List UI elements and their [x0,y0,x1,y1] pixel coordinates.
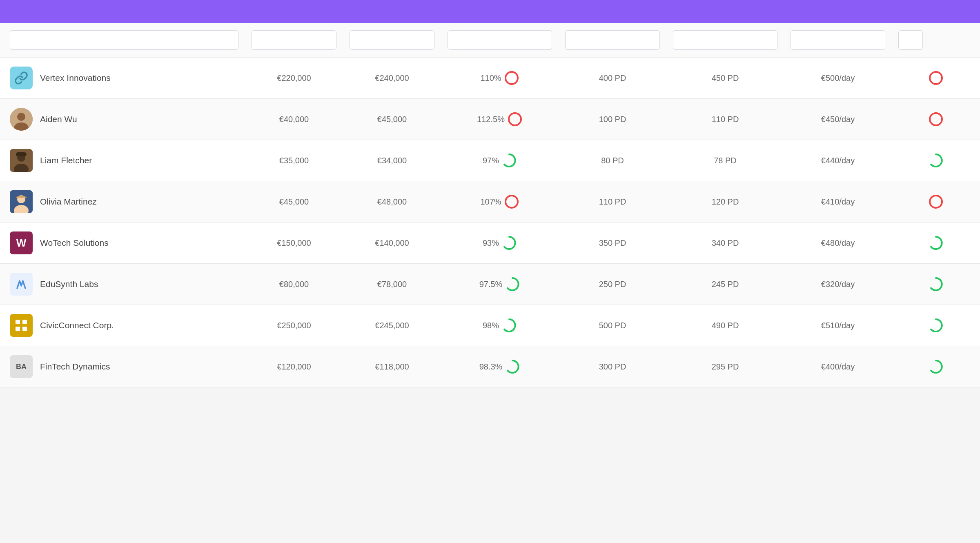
participant-cell-liam: Liam Fletcher [0,140,245,181]
filter-participant-input[interactable] [10,30,238,50]
table-row: CivicConnect Corp. €250,000 €245,000 98%… [0,305,980,346]
filter-consumption [441,23,559,58]
budget-aiden: €40,000 [245,99,343,140]
filter-rate-input[interactable] [791,30,885,50]
plan-effort-olivia: 110 PD [559,181,666,223]
budget-civicconnect: €250,000 [245,305,343,346]
budget-olivia: €45,000 [245,181,343,223]
col-header-effort [892,0,980,23]
filter-effort [892,23,980,58]
effort-status-olivia [892,181,980,223]
consumption-vertex: 110% [441,58,559,99]
filter-actual-effort-input[interactable] [673,30,777,50]
participant-cell-fintech: BA FinTech Dynamics [0,346,245,387]
effort-status-civicconnect [892,305,980,346]
effort-status-wotech [892,223,980,264]
col-header-expense [343,0,441,23]
col-header-actual-effort [666,0,784,23]
consumption-liam: 97% [441,140,559,181]
expense-aiden: €45,000 [343,99,441,140]
plan-effort-aiden: 100 PD [559,99,666,140]
plan-effort-liam: 80 PD [559,140,666,181]
plan-effort-vertex: 400 PD [559,58,666,99]
rate-fintech: €400/day [784,346,892,387]
col-header-rate [784,0,892,23]
participant-name-vertex: Vertex Innovations [40,73,111,83]
filter-budget-input[interactable] [252,30,336,50]
participant-cell-wotech: W WoTech Solutions [0,223,245,264]
svg-rect-19 [22,327,27,331]
expense-edusynth: €78,000 [343,264,441,305]
table-row: W WoTech Solutions €150,000 €140,000 93%… [0,223,980,264]
table-row: Olivia Martinez €45,000 €48,000 107% 110… [0,181,980,223]
rate-vertex: €500/day [784,58,892,99]
participant-name-aiden: Aiden Wu [40,114,77,124]
budget-wotech: €150,000 [245,223,343,264]
col-header-budget [245,0,343,23]
col-header-participant [0,0,245,23]
actual-effort-wotech: 340 PD [666,223,784,264]
filter-expense [343,23,441,58]
filter-effort-input[interactable] [898,30,923,50]
rate-aiden: €450/day [784,99,892,140]
svg-point-5 [509,113,521,125]
filter-rate [784,23,892,58]
effort-status-aiden [892,99,980,140]
participant-name-edusynth: EduSynth Labs [40,279,98,289]
project-participants-table: Vertex Innovations €220,000 €240,000 110… [0,0,980,387]
budget-vertex: €220,000 [245,58,343,99]
consumption-wotech: 93% [441,223,559,264]
participant-name-liam: Liam Fletcher [40,156,92,165]
table-row: EduSynth Labs €80,000 €78,000 97.5% 250 … [0,264,980,305]
filter-plan-effort-input[interactable] [565,30,660,50]
expense-vertex: €240,000 [343,58,441,99]
actual-effort-fintech: 295 PD [666,346,784,387]
svg-rect-18 [16,327,20,331]
table-row: Vertex Innovations €220,000 €240,000 110… [0,58,980,99]
plan-effort-wotech: 350 PD [559,223,666,264]
participant-cell-civicconnect: CivicConnect Corp. [0,305,245,346]
svg-rect-16 [16,320,20,324]
filter-actual-effort [666,23,784,58]
actual-effort-aiden: 110 PD [666,99,784,140]
svg-point-3 [17,113,25,121]
budget-liam: €35,000 [245,140,343,181]
filter-participant [0,23,245,58]
rate-civicconnect: €510/day [784,305,892,346]
effort-status-vertex [892,58,980,99]
consumption-aiden: 112.5% [441,99,559,140]
participant-cell-olivia: Olivia Martinez [0,181,245,223]
table-row: Aiden Wu €40,000 €45,000 112.5% 100 PD 1… [0,99,980,140]
plan-effort-fintech: 300 PD [559,346,666,387]
col-header-consumption [441,0,559,23]
svg-point-15 [930,196,942,208]
plan-effort-civicconnect: 500 PD [559,305,666,346]
expense-fintech: €118,000 [343,346,441,387]
expense-civicconnect: €245,000 [343,305,441,346]
table-row: BA FinTech Dynamics €120,000 €118,000 98… [0,346,980,387]
filter-consumption-input[interactable] [448,30,552,50]
actual-effort-vertex: 450 PD [666,58,784,99]
svg-rect-10 [16,152,27,156]
participant-name-wotech: WoTech Solutions [40,238,109,248]
effort-status-fintech [892,346,980,387]
plan-effort-edusynth: 250 PD [559,264,666,305]
participant-cell-edusynth: EduSynth Labs [0,264,245,305]
svg-rect-17 [22,320,27,324]
consumption-edusynth: 97.5% [441,264,559,305]
svg-point-1 [930,72,942,84]
participant-cell-vertex: Vertex Innovations [0,58,245,99]
svg-point-0 [506,72,518,84]
consumption-civicconnect: 98% [441,305,559,346]
rate-liam: €440/day [784,140,892,181]
budget-fintech: €120,000 [245,346,343,387]
actual-effort-edusynth: 245 PD [666,264,784,305]
rate-wotech: €480/day [784,223,892,264]
filter-expense-input[interactable] [350,30,434,50]
effort-status-edusynth [892,264,980,305]
participant-name-civicconnect: CivicConnect Corp. [40,320,114,330]
consumption-olivia: 107% [441,181,559,223]
main-table-container: Vertex Innovations €220,000 €240,000 110… [0,0,980,387]
actual-effort-liam: 78 PD [666,140,784,181]
effort-status-liam [892,140,980,181]
